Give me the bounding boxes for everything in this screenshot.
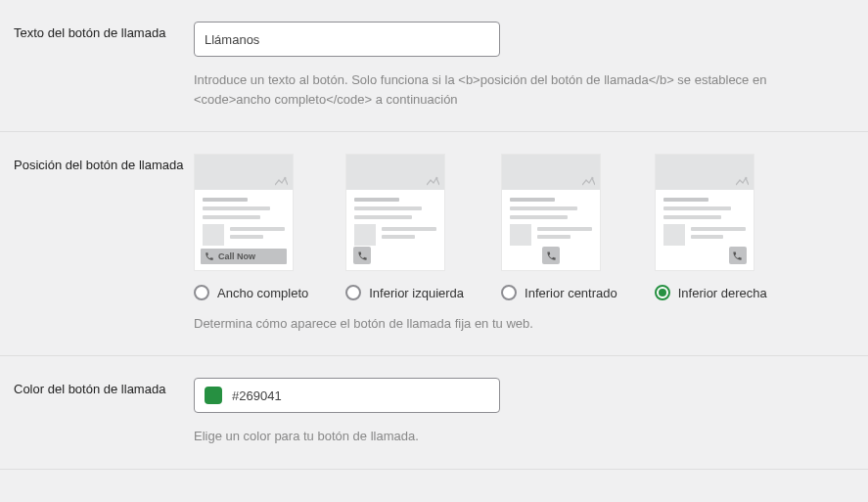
help-button-color: Elige un color para tu botón de llamada. <box>194 427 840 446</box>
thumb-full-width: Call Now <box>194 154 294 271</box>
color-value: #269041 <box>232 388 282 403</box>
thumb-bottom-center <box>501 154 601 271</box>
image-icon <box>582 176 595 186</box>
phone-icon <box>542 247 560 264</box>
svg-point-0 <box>284 177 286 179</box>
phone-icon <box>729 247 747 264</box>
button-text-input[interactable] <box>194 22 500 57</box>
radio-bottom-left[interactable] <box>345 285 361 300</box>
option-bottom-right[interactable]: Inferior derecha <box>655 154 767 300</box>
svg-point-1 <box>436 177 438 179</box>
label-button-position: Posición del botón de llamada <box>14 154 194 334</box>
option-bottom-left[interactable]: Inferior izquierda <box>345 154 464 300</box>
section-button-color: Color del botón de llamada #269041 Elige… <box>0 356 868 469</box>
option-full-width[interactable]: Call Now Ancho completo <box>194 154 308 300</box>
radio-full-width[interactable] <box>194 285 209 300</box>
option-label: Inferior centrado <box>525 286 617 300</box>
radio-bottom-center[interactable] <box>501 285 517 300</box>
color-swatch <box>205 387 222 404</box>
section-button-text: Texto del botón de llamada Introduce un … <box>0 0 868 132</box>
option-label: Inferior derecha <box>678 286 767 300</box>
radio-bottom-right[interactable] <box>655 285 670 300</box>
option-label: Ancho completo <box>217 286 308 300</box>
image-icon <box>427 176 439 186</box>
option-bottom-center[interactable]: Inferior centrado <box>501 154 617 300</box>
position-options: Call Now Ancho completo <box>194 154 854 300</box>
thumb-bottom-left <box>345 154 445 271</box>
image-icon <box>736 176 749 186</box>
label-button-color: Color del botón de llamada <box>14 378 194 446</box>
label-button-text: Texto del botón de llamada <box>14 22 194 110</box>
phone-icon <box>205 251 214 261</box>
image-icon <box>275 176 288 186</box>
section-button-position: Posición del botón de llamada <box>0 132 868 356</box>
option-label: Inferior izquierda <box>369 286 464 300</box>
help-button-text: Introduce un texto al botón. Solo funcio… <box>194 70 840 110</box>
svg-point-3 <box>745 177 747 179</box>
thumb-bottom-right <box>655 154 754 271</box>
phone-icon <box>353 247 371 264</box>
color-input[interactable]: #269041 <box>194 378 500 413</box>
help-button-position: Determina cómo aparece el botón de llama… <box>194 314 840 334</box>
svg-point-2 <box>591 177 593 179</box>
